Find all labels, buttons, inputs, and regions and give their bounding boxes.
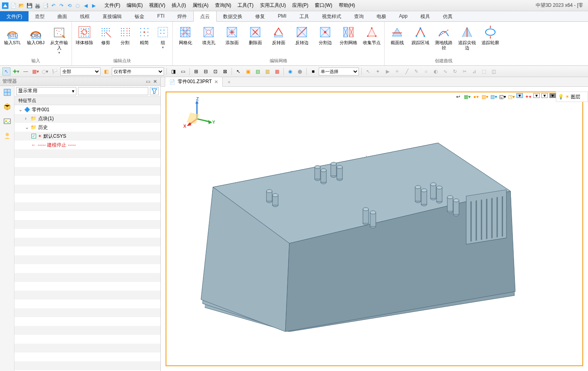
vp-icon-2[interactable]: ▦▾	[463, 93, 471, 100]
checkbox-icon[interactable]: ✓	[31, 134, 36, 139]
redo-icon[interactable]: ↷	[58, 2, 65, 9]
tb-icon-13[interactable]: ↖	[364, 67, 372, 75]
btn-section-line[interactable]: 截面线	[387, 25, 407, 45]
tb-icon-25[interactable]: ⬚	[480, 67, 488, 75]
grid-select-icon[interactable]: ▦▾	[31, 67, 39, 75]
btn-splitedge[interactable]: 分割边	[315, 25, 335, 45]
ribbon-tab-exchange[interactable]: 数据交换	[217, 11, 249, 21]
ribbon-tab-pmi[interactable]: PMI	[271, 11, 293, 21]
tb-icon-stop[interactable]: ■	[309, 67, 317, 75]
ribbon-tab-query[interactable]: 查询	[348, 11, 370, 21]
tree-history[interactable]: ⌄ 📁 历史	[14, 123, 160, 132]
tb-icon-12[interactable]: ◎	[296, 67, 304, 75]
btn-trace-contour[interactable]: 追踪轮廓	[480, 25, 500, 45]
vp-icon-cube4[interactable]: ◳▾	[508, 93, 515, 100]
panel-close-icon[interactable]: ✕	[152, 79, 158, 84]
tree-csys[interactable]: ✓ ✦ 默认CSYS	[14, 132, 160, 141]
filter-all-select[interactable]: 全部	[60, 67, 100, 75]
ribbon-tab-sheetmetal[interactable]: 钣金	[128, 11, 151, 21]
tb-icon-11[interactable]: ◉	[286, 67, 294, 75]
tb-cursor2-icon[interactable]: ↖	[234, 67, 242, 75]
menu-insert[interactable]: 插入(I)	[168, 0, 189, 10]
forward-icon[interactable]: ▶	[90, 2, 97, 9]
ribbon-tab-surface[interactable]: 曲面	[51, 11, 74, 21]
tb-icon-14[interactable]: ✦	[374, 67, 382, 75]
tree-blocks[interactable]: › 📁 点块(1)	[14, 114, 160, 123]
btn-split[interactable]: 分割	[117, 25, 133, 45]
fit-icon[interactable]: ⟲	[66, 2, 73, 9]
btn-delface[interactable]: 删除面	[245, 25, 265, 45]
tb-icon-6[interactable]: ⊠	[221, 67, 229, 75]
open-icon[interactable]: 📂	[18, 2, 25, 9]
menu-file[interactable]: 文件(F)	[101, 0, 123, 10]
expand-icon[interactable]: ⌄	[18, 107, 23, 112]
document-tab[interactable]: 📄 零件001.Z3PRT ✕	[165, 77, 223, 87]
vp-icon-target[interactable]: ✦▾	[524, 93, 532, 100]
vp-icon-3[interactable]: ●▾	[472, 93, 479, 100]
print-preview-icon[interactable]: 📑	[42, 2, 49, 9]
strip-user-icon[interactable]	[2, 131, 12, 141]
viewport-layers-panel[interactable]: 💡 ☀ 图层	[556, 92, 588, 102]
undo-icon[interactable]: ↶	[50, 2, 57, 9]
menu-help[interactable]: 帮助(H)	[336, 0, 359, 10]
vp-icon-1[interactable]: ↩	[455, 93, 462, 100]
vp-icon-cube1[interactable]: ▧▾	[481, 93, 488, 100]
tb-icon-7[interactable]: ▣	[244, 67, 252, 75]
coordinate-axes[interactable]: Z Y X	[185, 99, 217, 131]
bulb-icon[interactable]: 💡	[558, 94, 564, 100]
add-tab-button[interactable]: ＋	[224, 78, 234, 86]
tb-icon-9[interactable]: ▥	[263, 67, 271, 75]
panel-minimize-icon[interactable]: ▭	[145, 79, 151, 84]
ribbon-tab-heal[interactable]: 修复	[249, 11, 271, 21]
close-tab-icon[interactable]: ✕	[214, 79, 218, 85]
ribbon-tab-sim[interactable]: 仿真	[436, 11, 459, 21]
tb-icon-20[interactable]: ◐	[432, 67, 440, 75]
tb-icon-4[interactable]: ⊟	[202, 67, 210, 75]
btn-sharpedge[interactable]: 追踪尖锐边	[457, 25, 477, 51]
tb-icon-3[interactable]: ⊞	[192, 67, 200, 75]
sun-icon[interactable]: ☀	[565, 94, 570, 100]
ribbon-tab-file[interactable]: 文件(F)	[0, 11, 29, 21]
strip-cube-icon[interactable]	[2, 102, 12, 112]
vp-icon-rect1[interactable]: ▾	[516, 93, 523, 98]
ribbon-tab-fti[interactable]: FTI	[151, 11, 171, 21]
menu-window[interactable]: 窗口(W)	[311, 0, 335, 10]
print-icon[interactable]: 🖨️	[34, 2, 41, 9]
btn-splitmesh[interactable]: 分割网格	[338, 25, 359, 45]
btn-mesh[interactable]: 网格化	[175, 25, 195, 45]
menu-tool[interactable]: 工具(T)	[234, 0, 256, 10]
btn-geodesic[interactable]: 测地线路径	[434, 25, 454, 51]
menu-app[interactable]: 应用(P)	[289, 0, 311, 10]
tree-search-input[interactable]	[78, 87, 148, 95]
tree-root[interactable]: ⌄ 🔷 零件001	[14, 105, 160, 114]
tree-display-select[interactable]: 显示常用▾	[16, 87, 76, 95]
new-icon[interactable]: 📄	[10, 2, 17, 9]
tree-stop[interactable]: ← ----- 建模停止 -----	[14, 141, 160, 149]
circle-tool-icon[interactable]: ◌	[74, 2, 81, 9]
btn-group[interactable]: 组▾	[156, 25, 170, 49]
filter-part-select[interactable]: 仅有零件	[112, 67, 164, 75]
tb-icon-19[interactable]: ○	[422, 67, 430, 75]
cube-icon[interactable]: ◧	[102, 67, 110, 75]
menu-query[interactable]: 查询(N)	[212, 0, 235, 10]
btn-import-file[interactable]: 从文件输入 ▾	[49, 25, 69, 55]
btn-addface[interactable]: 添加面	[222, 25, 242, 45]
tb-icon-26[interactable]: ◫	[490, 67, 498, 75]
strip-tree-icon[interactable]	[2, 88, 12, 97]
expand-icon[interactable]: ⌄	[25, 124, 29, 130]
select-mode[interactable]: 单一选择	[319, 67, 359, 75]
flag-icon[interactable]: 🏳️	[51, 67, 59, 75]
btn-sphere-remove[interactable]: 球体移除	[74, 25, 94, 45]
ribbon-tab-tool[interactable]: 工具	[293, 11, 316, 21]
save-icon[interactable]: 💾	[26, 2, 33, 9]
menu-attr[interactable]: 属性(A)	[189, 0, 212, 10]
tb-icon-10[interactable]: ▦	[273, 67, 281, 75]
btn-track-region[interactable]: 跟踪区域	[410, 25, 430, 45]
ribbon-tab-visual[interactable]: 视觉样式	[316, 11, 348, 21]
vp-icon-rect3[interactable]: ▾	[541, 93, 548, 98]
add-icon[interactable]: ✚▾	[12, 67, 20, 75]
tb-icon-8[interactable]: ▤	[254, 67, 262, 75]
tb-icon-17[interactable]: ╱	[403, 67, 411, 75]
btn-flipface[interactable]: 反转面	[268, 25, 289, 45]
ribbon-tab-app[interactable]: App	[393, 11, 414, 21]
